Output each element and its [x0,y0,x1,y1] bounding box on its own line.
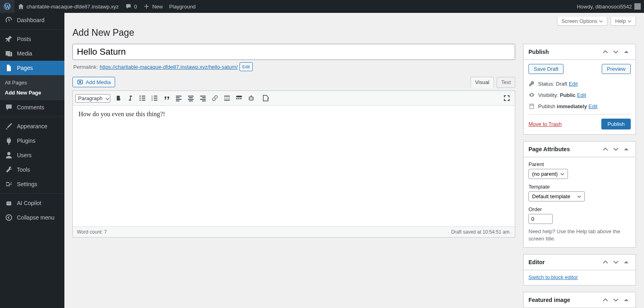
edit-visibility-link[interactable]: Edit [577,92,586,98]
wp-logo[interactable] [0,0,14,13]
editor-box: Paragraph 123 [72,90,515,238]
menu-appearance[interactable]: Appearance [0,119,64,133]
move-to-trash-link[interactable]: Move to Trash [528,121,561,127]
svg-rect-5 [142,98,145,99]
menu-dashboard[interactable]: Dashboard [0,13,64,27]
move-down-button[interactable] [611,258,620,267]
sliders-icon [5,180,13,188]
submenu-add-page[interactable]: Add New Page [0,88,64,98]
align-left-button[interactable] [173,92,184,104]
chevron-down-icon [613,297,619,303]
caret-up-icon [623,146,629,152]
publish-button[interactable]: Publish [601,119,631,129]
parent-select[interactable]: (no parent) [528,169,568,179]
move-down-button[interactable] [611,145,620,154]
help-button[interactable]: Help [611,17,636,26]
chevron-down-icon [613,259,619,265]
content-editor[interactable]: How do you even use this thing?! [73,106,515,226]
menu-settings[interactable]: Settings [0,177,64,191]
playground-link[interactable]: Playground [166,0,199,13]
schedule-row: Publish immediately Edit [528,101,631,112]
comments-link[interactable]: 0 [122,0,140,13]
admin-menu: Dashboard Posts Media Pages All Pages Ad… [0,13,64,308]
chevron-up-icon [603,259,608,265]
bold-button[interactable] [113,92,124,104]
svg-rect-32 [249,97,253,100]
fullscreen-icon [503,94,511,102]
template-select[interactable]: Default template [528,191,585,201]
permalink-edit-button[interactable]: Edit [239,62,253,71]
ul-button[interactable] [137,92,148,104]
menu-collapse[interactable]: Collapse menu [0,210,64,225]
order-input[interactable] [528,214,553,224]
menu-media[interactable]: Media [0,46,64,61]
save-draft-button[interactable]: Save Draft [528,64,564,74]
fullscreen-button[interactable] [501,92,512,104]
align-right-button[interactable] [197,92,208,104]
menu-ai-copilot[interactable]: AI Copilot [0,196,64,210]
submenu-all-pages[interactable]: All Pages [0,78,64,88]
plus-icon [143,3,150,10]
toggle-panel-button[interactable] [622,47,631,56]
svg-rect-27 [224,100,230,101]
post-title-input[interactable] [72,44,515,60]
move-down-button[interactable] [611,296,620,304]
edit-schedule-link[interactable]: Edit [588,103,597,109]
editor-tabs: Visual Text [469,77,515,88]
chevron-down-icon [627,19,632,23]
edit-status-link[interactable]: Edit [569,81,578,87]
site-link[interactable]: charitable-macaque-dfde87.instawp.xyz [14,0,122,13]
pages-submenu: All Pages Add New Page [0,75,64,100]
format-select[interactable]: Paragraph [75,94,110,103]
wordpress-icon [3,2,11,10]
chevron-up-icon [603,146,608,152]
move-up-button[interactable] [601,145,610,154]
menu-comments[interactable]: Comments [0,100,64,115]
menu-users[interactable]: Users [0,148,64,162]
move-up-button[interactable] [601,296,610,304]
write-button[interactable] [260,92,271,104]
toggle-panel-button[interactable] [622,145,631,154]
svg-rect-15 [176,99,182,100]
move-down-button[interactable] [611,47,620,56]
toggle-panel-button[interactable] [622,258,631,267]
caret-up-icon [623,259,629,265]
svg-rect-26 [224,98,230,99]
move-up-button[interactable] [601,258,610,267]
main-column: Permalink: https://charitable-macaque-df… [72,44,515,238]
link-button[interactable] [209,92,221,104]
switch-editor-link[interactable]: Switch to block editor [528,274,578,280]
svg-rect-13 [176,96,182,97]
tab-text[interactable]: Text [497,77,515,88]
featured-image-box: Featured image Set featured image [523,292,636,308]
tab-visual[interactable]: Visual [471,77,493,88]
menu-pages[interactable]: Pages [0,61,64,75]
preview-button[interactable]: Preview [602,64,631,74]
svg-rect-21 [200,96,206,97]
attributes-help-text: Need help? Use the Help tab above the sc… [528,228,631,242]
account-link[interactable]: Howdy, dibanosoci5542 [574,0,644,13]
menu-plugins[interactable]: Plugins [0,133,64,148]
svg-rect-12 [154,100,157,101]
svg-rect-20 [189,101,193,101]
menu-tools[interactable]: Tools [0,162,64,177]
list-ol-icon: 123 [151,94,159,102]
draft-saved-notice: Draft saved at 10:54:51 am. [451,229,511,235]
ai-button[interactable] [246,92,257,104]
align-center-button[interactable] [185,92,196,104]
new-link[interactable]: New [140,0,166,13]
screen-meta: Screen Options Help [72,17,636,27]
quote-button[interactable] [161,92,172,104]
permalink-url[interactable]: https://charitable-macaque-dfde87.instaw… [99,64,237,70]
menu-posts[interactable]: Posts [0,32,64,46]
toolbar-toggle-button[interactable] [233,92,245,104]
collapse-icon [5,214,13,222]
readmore-button[interactable] [221,92,233,104]
ol-button[interactable]: 123 [149,92,160,104]
add-media-button[interactable]: Add Media [72,77,115,87]
move-up-button[interactable] [601,47,610,56]
toggle-panel-button[interactable] [622,296,631,304]
screen-options-button[interactable]: Screen Options [557,17,608,26]
caret-up-icon [623,49,629,55]
italic-button[interactable] [125,92,136,104]
